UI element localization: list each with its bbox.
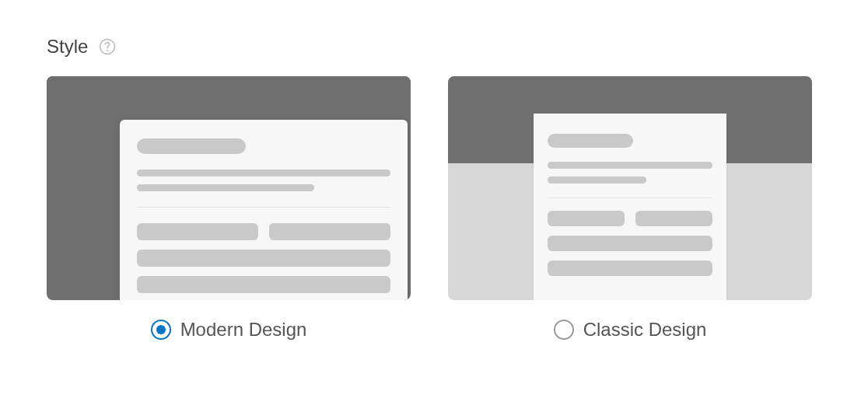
radio-modern[interactable]: Modern Design <box>47 319 411 341</box>
radio-label-classic: Classic Design <box>583 319 707 341</box>
preview-modern[interactable] <box>47 76 411 300</box>
preview-classic[interactable] <box>448 76 812 300</box>
radio-label-modern: Modern Design <box>180 319 307 341</box>
svg-point-1 <box>107 50 108 51</box>
radio-classic[interactable]: Classic Design <box>448 319 812 341</box>
style-label: Style <box>47 36 88 58</box>
option-modern: Modern Design <box>47 76 411 341</box>
radio-input-classic[interactable] <box>554 320 574 340</box>
option-classic: Classic Design <box>448 76 812 341</box>
style-header: Style <box>47 36 821 58</box>
help-icon[interactable] <box>99 38 116 55</box>
style-options: Modern Design Classic Design <box>47 76 821 341</box>
radio-input-modern[interactable] <box>151 320 171 340</box>
